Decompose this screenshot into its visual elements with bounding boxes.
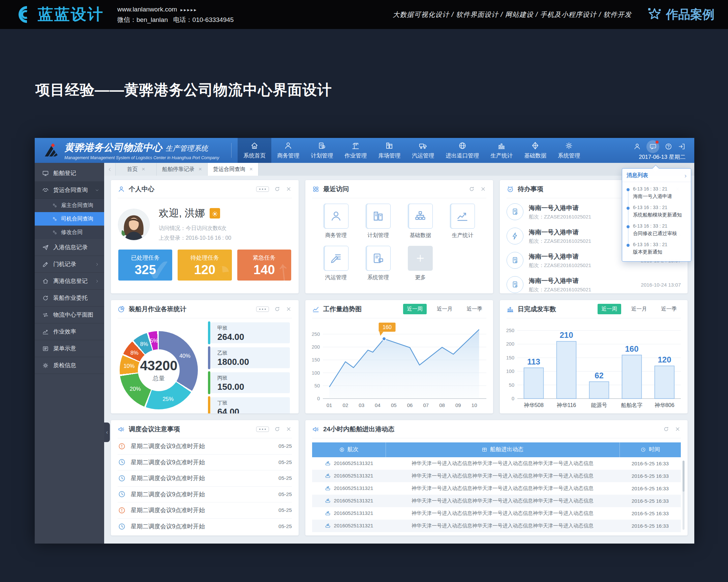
table-row-4[interactable]: 20160525131321 神华天津一号进入动态信息神华天津一号进入动态信息神… (312, 507, 681, 520)
sidebar-subitem-1-0[interactable]: 雇主合同查询 (35, 199, 104, 212)
more-options-button[interactable] (256, 306, 269, 312)
sidebar-item-8[interactable]: 菜单示意 (35, 340, 104, 357)
refresh-button[interactable] (274, 186, 280, 192)
message-item-2[interactable]: 6-13 16 : 33 : 21合同修改已通过审核 (626, 221, 687, 239)
logout-button[interactable] (678, 143, 685, 150)
ship-status: 神华天津一号进入动态信息神华天津一号进入动态信息神华天津一号进入动态信息 (386, 470, 620, 482)
shortcut-4[interactable]: 汽运管理 (323, 246, 348, 281)
meeting-item-3[interactable]: 星期二调度会议9点准时开始05-25 (118, 486, 292, 503)
tab-close-icon[interactable]: × (142, 166, 145, 173)
close-card-button[interactable] (674, 426, 681, 432)
todo-item-3[interactable]: 海南一号入港申请船次：ZZASE20161025021 2016-10-24 1… (506, 273, 681, 293)
tab-close-icon[interactable]: × (250, 166, 253, 173)
nav-item-4[interactable]: 库场管理 (372, 138, 406, 163)
sidebar-item-2[interactable]: 入港信息记录 (35, 239, 104, 256)
sidebar-item-label: 货运合同查询 (53, 186, 88, 194)
refresh-button[interactable] (468, 186, 475, 192)
table-scrollbar[interactable] (682, 461, 684, 530)
sidebar-item-5[interactable]: 装船作业委托 (35, 290, 104, 306)
tab-2[interactable]: 货运合同查询× (208, 163, 259, 176)
todo-title: 海南一号入港申请 (529, 228, 591, 236)
site-url[interactable]: www.lanlanwork.com (117, 6, 177, 13)
tab-scroll-left-button[interactable] (104, 163, 115, 176)
nav-item-0[interactable]: 系统首页 (238, 138, 271, 163)
tab-1[interactable]: 船舶停靠记录× (157, 163, 208, 176)
shortcut-1[interactable]: 计划管理 (366, 204, 391, 239)
page: 蓝蓝设计 www.lanlanwork.com▸▸▸▸▸ 微信：ben_lanl… (0, 0, 728, 582)
close-card-button[interactable] (285, 186, 292, 192)
sidebar-item-7[interactable]: 作业效率 (35, 323, 104, 340)
building-icon (372, 210, 385, 223)
more-options-button[interactable] (256, 186, 269, 192)
shortcut-3[interactable]: 生产统计 (450, 204, 475, 239)
meeting-item-2[interactable]: 星期二调度会议9点准时开始05-25 (118, 471, 292, 486)
table-row-5[interactable]: 20160525131321 神华天津一号进入动态信息神华天津一号进入动态信息神… (312, 520, 681, 532)
range-toggle-1[interactable]: 近一月 (433, 304, 457, 314)
bar-chart-icon (506, 305, 514, 313)
message-item-1[interactable]: 6-13 16 : 33 : 21系统船舶模块更新通知 (626, 202, 687, 221)
nav-item-6[interactable]: 进出道口管理 (440, 138, 485, 163)
nav-label: 汽运管理 (412, 152, 434, 159)
nav-item-7[interactable]: 生产统计 (485, 138, 518, 163)
sidebar-item-6[interactable]: 物流中心平面图 (35, 306, 104, 323)
range-toggle-0[interactable]: 近一周 (598, 304, 622, 314)
refresh-button[interactable] (663, 426, 669, 432)
tab-close-icon[interactable]: × (199, 166, 202, 173)
table-row-2[interactable]: 20160525131321 神华天津一号进入动态信息神华天津一号进入动态信息神… (312, 482, 681, 495)
portfolio-link[interactable]: 作品案例 (647, 6, 714, 23)
message-item-3[interactable]: 6-13 16 : 33 : 21版本更新通知 (626, 239, 687, 258)
sidebar-subitem-1-1[interactable]: 司机合同查询 (35, 212, 104, 226)
meeting-item-1[interactable]: 星期二调度会议9点准时开始05-25 (118, 455, 292, 471)
tab-0[interactable]: 首页× (115, 163, 157, 176)
nav-item-5[interactable]: 汽运管理 (406, 138, 440, 163)
dashboard-brand: 黄骅港务公司物流中心生产管理系统 Management Management S… (35, 138, 238, 163)
sidebar-item-0[interactable]: 船舶登记 (35, 165, 104, 182)
table-row-6[interactable]: 20160525131321 神华天津一号进入动态信息神华天津一号进入动态信息神… (312, 532, 681, 535)
shortcut-2[interactable]: 基础数据 (408, 204, 433, 239)
chartline-icon (312, 305, 319, 313)
shortcut-6[interactable]: 更多 (408, 246, 433, 281)
gear-icon (42, 362, 49, 369)
messages-button[interactable] (646, 140, 659, 153)
clock-icon (640, 447, 646, 453)
table-row-3[interactable]: 20160525131321 神华天津一号进入动态信息神华天津一号进入动态信息神… (312, 495, 681, 507)
meeting-text: 星期二调度会议9点准时开始 (131, 474, 205, 482)
table-row-0[interactable]: 20160525131321 神华天津一号进入动态信息神华天津一号进入动态信息神… (312, 457, 681, 470)
meeting-item-5[interactable]: 星期二调度会议9点准时开始05-25 (118, 518, 292, 535)
row-time: 2016-5-25 16:33 (620, 470, 681, 482)
shortcut-0[interactable]: 商务管理 (323, 204, 348, 239)
range-toggle-2[interactable]: 近一季 (657, 304, 681, 314)
sidebar-item-1[interactable]: 货运合同查询 (35, 182, 104, 199)
user-account-button[interactable] (633, 143, 641, 150)
meeting-item-4[interactable]: 星期二调度会议9点准时开始05-25 (118, 502, 292, 518)
sidebar-item-9[interactable]: 质检信息 (35, 357, 104, 374)
nav-item-9[interactable]: 系统管理 (552, 138, 586, 163)
current-date: 2017-06-13 星期二 (639, 153, 686, 161)
nav-item-8[interactable]: 基础数据 (518, 138, 552, 163)
refresh-button[interactable] (274, 426, 280, 432)
nav-item-3[interactable]: 作业管理 (339, 138, 372, 163)
sidebar-subitem-1-2[interactable]: 修改合同 (35, 226, 104, 239)
range-toggle-1[interactable]: 近一月 (627, 304, 651, 314)
sidebar-item-3[interactable]: 门机记录 (35, 256, 104, 273)
shortcut-5[interactable]: 系统管理 (366, 246, 391, 281)
swap-icon (42, 311, 49, 318)
more-options-button[interactable] (256, 427, 269, 432)
nav-item-1[interactable]: 商务管理 (271, 138, 305, 163)
popup-more-arrow[interactable]: › (684, 172, 686, 179)
line-chart-icon (312, 305, 319, 313)
range-toggle-0[interactable]: 近一周 (403, 304, 427, 314)
message-item-0[interactable]: 6-13 16 : 33 : 21海南一号入港申请 (626, 184, 687, 202)
refresh-button[interactable] (274, 306, 280, 312)
help-button[interactable] (665, 143, 672, 150)
close-card-button[interactable] (285, 306, 292, 312)
meeting-item-0[interactable]: 星期二调度会议9点准时开始05-25 (118, 438, 292, 455)
sidebar-collapse-handle[interactable]: ‹ (104, 423, 110, 442)
range-toggle-2[interactable]: 近一季 (463, 304, 487, 314)
close-card-button[interactable] (285, 426, 292, 432)
sidebar-item-4[interactable]: 离港信息登记 (35, 273, 104, 290)
table-row-1[interactable]: 20160525131321 神华天津一号进入动态信息神华天津一号进入动态信息神… (312, 470, 681, 482)
nav-item-2[interactable]: 计划管理 (305, 138, 339, 163)
shortcut-label: 生产统计 (452, 232, 473, 239)
close-card-button[interactable] (480, 186, 486, 192)
